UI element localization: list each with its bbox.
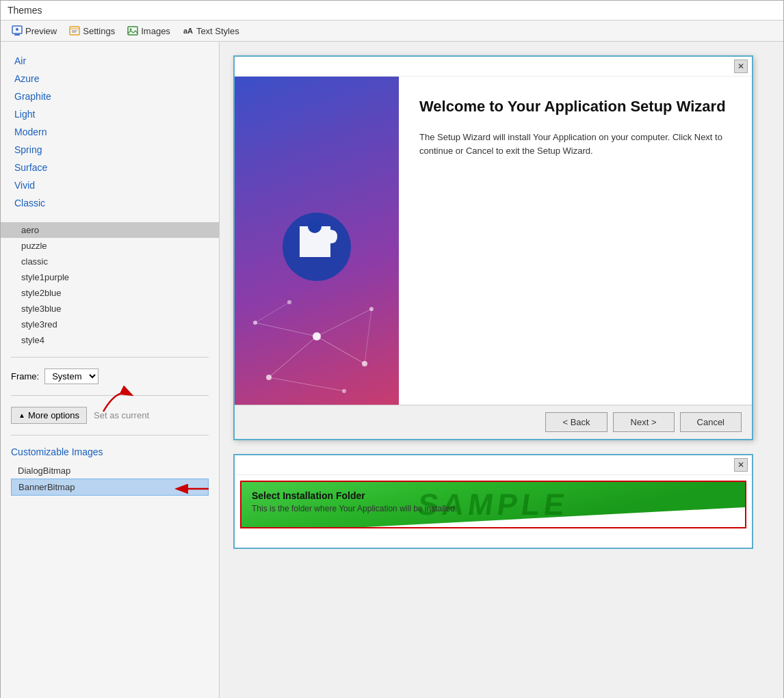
wizard-body-text: The Setup Wizard will install Your Appli… [419,131,731,159]
customizable-images-title: Customizable Images [11,446,209,457]
arrow-annotation-1 [96,381,138,415]
installation-close-button[interactable]: ✕ [734,458,748,472]
sub-theme-style4[interactable]: style4 [1,332,219,348]
settings-label: Settings [83,26,115,36]
theme-item-surface[interactable]: Surface [1,159,219,176]
svg-line-21 [269,336,317,377]
cancel-button[interactable]: Cancel [680,412,742,432]
toolbar: Preview Settings Images [1,21,783,42]
preview-label: Preview [25,26,57,36]
frame-label: Frame: [11,371,39,381]
app-window: Themes Preview Setting [0,0,784,698]
text-styles-icon: aA [183,25,194,36]
sub-theme-style2blue[interactable]: style2blue [1,285,219,301]
installation-dialog: ✕ SAMPLE Select Installation Folder This… [233,454,753,549]
settings-icon [69,25,80,36]
divider-3 [11,435,209,435]
svg-point-13 [308,219,322,233]
svg-line-27 [365,309,371,364]
wizard-body: Welcome to Your Application Setup Wizard… [235,77,752,405]
svg-rect-7 [128,27,138,35]
sidebar: Air Azure Graphite Light Modern Spring [1,42,220,698]
banner-content: Select Installation Folder This is the f… [241,482,745,522]
more-options-button[interactable]: ▲ More options [11,407,87,424]
wizard-image-panel [235,77,399,405]
svg-line-23 [255,323,317,336]
wizard-title-bar: ✕ [235,57,752,77]
installation-folder-title: Select Installation Folder [252,490,735,501]
text-styles-label: Text Styles [196,26,239,36]
frame-select[interactable]: System Custom [44,368,99,384]
installation-banner: SAMPLE Select Installation Folder This i… [240,481,746,528]
dialog-bitmap-item[interactable]: DialogBitmap [11,463,209,479]
svg-line-24 [317,309,371,336]
customizable-images-section: Customizable Images DialogBitmap BannerB… [1,441,219,501]
wizard-close-button[interactable]: ✕ [734,59,748,73]
text-styles-button[interactable]: aA Text Styles [177,23,245,38]
preview-button[interactable]: Preview [6,23,62,38]
theme-item-light[interactable]: Light [1,105,219,123]
svg-line-26 [255,302,289,323]
theme-item-modern[interactable]: Modern [1,123,219,141]
images-icon [127,25,138,36]
wizard-heading: Welcome to Your Application Setup Wizard [419,97,731,117]
theme-item-air[interactable]: Air [1,52,219,70]
theme-item-classic[interactable]: Classic [1,194,219,212]
theme-list: Air Azure Graphite Light Modern Spring [1,49,219,215]
divider-1 [11,357,209,358]
dialog-padding [235,534,752,548]
expand-icon: ▲ [18,412,25,419]
sub-theme-style1purple[interactable]: style1purple [1,269,219,285]
installation-folder-subtitle: This is the folder where Your Applicatio… [252,504,735,513]
title-bar: Themes [1,1,783,21]
sub-theme-classic[interactable]: classic [1,254,219,269]
svg-rect-2 [14,34,20,36]
sub-theme-aero[interactable]: aero [1,222,219,238]
images-label: Images [141,26,170,36]
sub-theme-style3red[interactable]: style3red [1,317,219,332]
svg-text:aA: aA [183,27,193,35]
arrow-annotation-2 [164,479,212,499]
wizard-footer: < Back Next > Cancel [235,405,752,439]
puzzle-svg [272,192,361,288]
app-title: Themes [8,5,42,16]
sub-theme-style3blue[interactable]: style3blue [1,301,219,317]
preview-icon [12,25,23,36]
banner-bitmap-row: BannerBitmap [11,479,209,496]
svg-point-1 [16,28,18,31]
images-button[interactable]: Images [122,23,176,38]
preview-area: ✕ [220,42,783,698]
next-button[interactable]: Next > [613,412,675,432]
more-options-row: ▲ More options Set as current [1,401,219,429]
svg-line-22 [317,336,365,364]
sub-theme-puzzle[interactable]: puzzle [1,238,219,254]
theme-item-spring[interactable]: Spring [1,141,219,159]
settings-button[interactable]: Settings [64,23,120,38]
sub-theme-list: aero puzzle classic style1purple style2b… [1,219,219,351]
installation-title-bar: ✕ [235,455,752,475]
main-content: Air Azure Graphite Light Modern Spring [1,42,783,698]
theme-item-azure[interactable]: Azure [1,70,219,88]
svg-point-8 [130,29,132,31]
wizard-content: Welcome to Your Application Setup Wizard… [399,77,752,405]
theme-item-vivid[interactable]: Vivid [1,176,219,194]
theme-item-graphite[interactable]: Graphite [1,88,219,105]
back-button[interactable]: < Back [545,412,607,432]
setup-wizard-dialog: ✕ [233,55,753,440]
svg-line-25 [269,377,344,391]
